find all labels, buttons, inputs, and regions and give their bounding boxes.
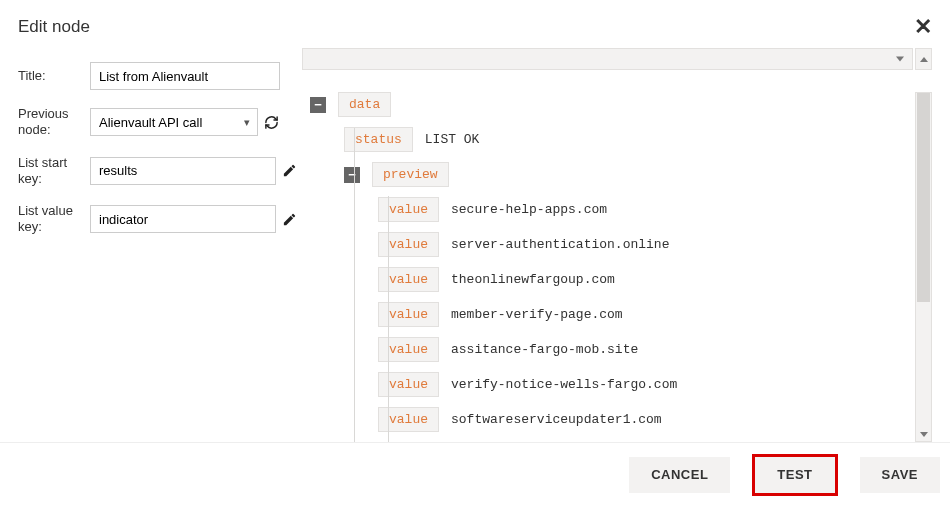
edit-icon[interactable] xyxy=(280,162,298,180)
prev-node-select[interactable]: Alienvault API call xyxy=(90,108,258,136)
list-start-label: List start key: xyxy=(18,155,86,188)
title-input[interactable] xyxy=(90,62,280,90)
title-label: Title: xyxy=(18,68,86,84)
tree-value: theonlinewfargoup.com xyxy=(451,272,615,287)
tree-value: server-authentication.online xyxy=(451,237,669,252)
list-start-input[interactable] xyxy=(90,157,276,185)
dialog-title: Edit node xyxy=(18,17,90,37)
tree-value: LIST OK xyxy=(425,132,480,147)
scroll-up-button[interactable] xyxy=(915,48,932,70)
scrollbar-thumb[interactable] xyxy=(917,93,930,302)
save-button[interactable]: SAVE xyxy=(860,457,940,493)
tree-value: member-verify-page.com xyxy=(451,307,623,322)
collapse-icon[interactable]: − xyxy=(344,167,360,183)
tree-value: verify-notice-wells-fargo.com xyxy=(451,377,677,392)
vertical-scrollbar[interactable] xyxy=(915,92,932,442)
collapse-icon[interactable]: − xyxy=(310,97,326,113)
tree-key: preview xyxy=(372,162,449,187)
edit-icon[interactable] xyxy=(280,210,298,228)
close-icon[interactable]: ✕ xyxy=(914,16,932,38)
cancel-button[interactable]: CANCEL xyxy=(629,457,730,493)
refresh-icon[interactable] xyxy=(262,113,280,131)
preview-column: −datastatusLIST OK−previewvaluesecure-he… xyxy=(302,48,932,442)
list-value-input[interactable] xyxy=(90,205,276,233)
prev-node-label: Previous node: xyxy=(18,106,86,139)
list-value-label: List value key: xyxy=(18,203,86,236)
tree-value: secure-help-apps.com xyxy=(451,202,607,217)
tree-guide-line xyxy=(354,128,355,442)
tree-value: assitance-fargo-mob.site xyxy=(451,342,638,357)
tree-value: softwareserviceupdater1.com xyxy=(451,412,662,427)
test-button[interactable]: TEST xyxy=(752,454,837,496)
result-tree: −datastatusLIST OK−previewvaluesecure-he… xyxy=(302,92,915,442)
tree-guide-line xyxy=(388,196,389,442)
preview-dropdown[interactable] xyxy=(302,48,913,70)
tree-key: data xyxy=(338,92,391,117)
form-column: Title: Previous node: Alienvault API cal… xyxy=(18,48,280,442)
